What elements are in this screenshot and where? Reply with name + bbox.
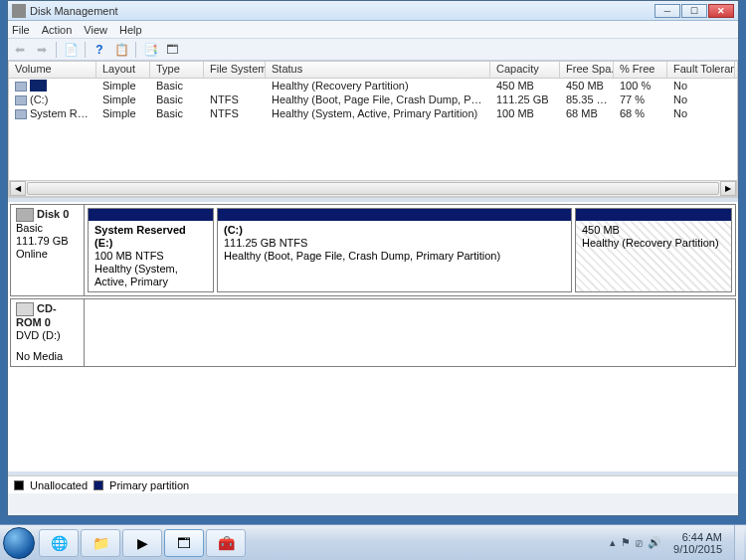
show-console-icon[interactable]: 📄 (63, 42, 79, 58)
taskbar-app-button[interactable]: 🗔 (164, 529, 204, 557)
scroll-left-icon[interactable]: ◀ (10, 181, 26, 196)
show-desktop-button[interactable] (734, 525, 744, 561)
partition-bar (576, 209, 731, 221)
taskbar[interactable]: 🌐 📁 ▶ 🗔 🧰 ▴ ⚑ ⎚ 🔊 6:44 AM 9/10/2015 (0, 524, 746, 560)
menubar: File Action View Help (8, 21, 738, 39)
taskbar-explorer-button[interactable]: 📁 (81, 529, 120, 557)
forward-icon: ➡ (34, 42, 50, 58)
volume-list[interactable]: Volume Layout Type File System Status Ca… (8, 61, 738, 198)
menu-action[interactable]: Action (42, 24, 73, 36)
disk-graphical-view[interactable]: Disk 0Basic111.79 GBOnlineSystem Reserve… (8, 202, 738, 471)
status-area (8, 493, 738, 515)
separator (85, 42, 86, 58)
volume-row[interactable]: SimpleBasicHealthy (Recovery Partition)4… (9, 79, 737, 93)
network-icon[interactable]: ⎚ (636, 537, 643, 549)
col-status[interactable]: Status (266, 62, 490, 78)
refresh-icon[interactable]: 📋 (113, 42, 129, 58)
legend: Unallocated Primary partition (8, 475, 738, 493)
legend-unallocated: Unallocated (30, 479, 88, 491)
minimize-button[interactable]: ─ (654, 4, 680, 18)
legend-primary: Primary partition (109, 479, 189, 491)
volume-header-row[interactable]: Volume Layout Type File System Status Ca… (9, 62, 737, 79)
disk-management-window: Disk Management ─ ☐ ✕ File Action View H… (7, 0, 739, 516)
col-fault[interactable]: Fault Tolerance (667, 62, 735, 78)
clock-time: 6:44 AM (673, 531, 722, 543)
system-tray[interactable]: ▴ ⚑ ⎚ 🔊 6:44 AM 9/10/2015 (608, 525, 746, 561)
col-free[interactable]: Free Spa... (560, 62, 614, 78)
scroll-thumb[interactable] (27, 182, 719, 195)
col-volume[interactable]: Volume (9, 62, 96, 78)
back-icon: ⬅ (12, 42, 28, 58)
menu-file[interactable]: File (12, 24, 30, 36)
taskbar-ie-button[interactable]: 🌐 (39, 529, 79, 557)
partition-bar (218, 209, 571, 221)
start-button[interactable] (0, 524, 38, 561)
drive-icon (15, 109, 27, 119)
partition[interactable]: System Reserved (E:)100 MB NTFSHealthy (… (88, 208, 214, 292)
drive-icon (15, 95, 27, 105)
menu-help[interactable]: Help (119, 24, 142, 36)
app-icon (12, 4, 26, 18)
partition[interactable]: (C:)111.25 GB NTFSHealthy (Boot, Page Fi… (217, 208, 572, 292)
primary-swatch (93, 480, 103, 490)
chevron-up-icon[interactable]: ▴ (610, 536, 616, 549)
disk-label[interactable]: CD-ROM 0DVD (D:)No Media (11, 299, 85, 366)
windows-orb-icon (3, 527, 35, 559)
maximize-button[interactable]: ☐ (681, 4, 707, 18)
disk-label[interactable]: Disk 0Basic111.79 GBOnline (11, 205, 85, 295)
drive-icon (15, 82, 27, 92)
flag-icon[interactable]: ⚑ (621, 536, 631, 549)
volume-row[interactable]: System ReservedSimpleBasicNTFSHealthy (S… (9, 106, 737, 120)
clock[interactable]: 6:44 AM 9/10/2015 (667, 531, 728, 555)
scroll-right-icon[interactable]: ▶ (720, 181, 736, 196)
disk-icon (16, 302, 34, 316)
col-type[interactable]: Type (150, 62, 204, 78)
volume-row[interactable]: (C:)SimpleBasicNTFSHealthy (Boot, Page F… (9, 93, 737, 106)
col-capacity[interactable]: Capacity (490, 62, 560, 78)
horizontal-scrollbar[interactable]: ◀ ▶ (9, 180, 737, 197)
unallocated-swatch (14, 480, 24, 490)
taskbar-app-button[interactable]: 🧰 (206, 529, 246, 557)
menu-view[interactable]: View (84, 24, 107, 36)
titlebar[interactable]: Disk Management ─ ☐ ✕ (8, 1, 738, 21)
settings-icon[interactable]: 📑 (142, 42, 158, 58)
disk-row[interactable]: CD-ROM 0DVD (D:)No Media (10, 298, 736, 367)
help-icon[interactable]: ? (92, 42, 107, 58)
close-button[interactable]: ✕ (708, 4, 734, 18)
col-pctfree[interactable]: % Free (614, 62, 667, 78)
col-layout[interactable]: Layout (96, 62, 150, 78)
separator (56, 42, 57, 58)
volume-icon[interactable]: 🔊 (648, 536, 661, 549)
toolbar: ⬅ ➡ 📄 ? 📋 📑 🗔 (8, 39, 738, 61)
partition-bar (89, 209, 213, 221)
disk-row[interactable]: Disk 0Basic111.79 GBOnlineSystem Reserve… (10, 204, 736, 296)
window-title: Disk Management (30, 5, 118, 17)
clock-date: 9/10/2015 (673, 543, 722, 555)
taskbar-media-button[interactable]: ▶ (122, 529, 162, 557)
disk-icon (16, 208, 34, 222)
view-icon[interactable]: 🗔 (164, 42, 180, 58)
col-filesystem[interactable]: File System (204, 62, 266, 78)
partition[interactable]: 450 MBHealthy (Recovery Partition) (575, 208, 732, 292)
separator (135, 42, 136, 58)
